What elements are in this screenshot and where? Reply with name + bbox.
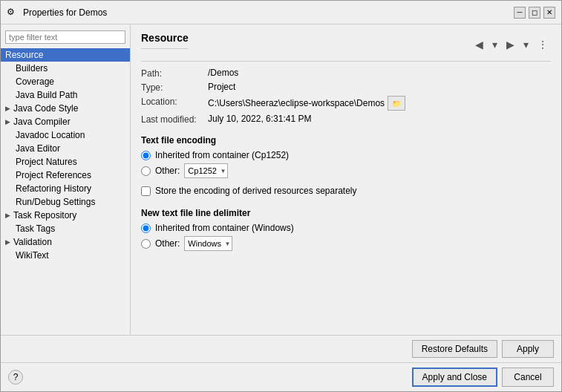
path-row: Path: /Demos	[141, 68, 551, 79]
filter-input[interactable]	[5, 30, 125, 44]
restore-defaults-button[interactable]: Restore Defaults	[412, 340, 497, 358]
sidebar-item-label: Resource	[5, 50, 43, 60]
expand-arrow-icon: ▶	[5, 105, 10, 112]
sidebar-item-run/debug-settings[interactable]: Run/Debug Settings	[1, 195, 130, 209]
sidebar-item-label: Builders	[16, 63, 48, 74]
last-modified-row: Last modified: July 10, 2022, 6:31:41 PM	[141, 114, 551, 125]
sidebar-item-label: Task Tags	[16, 223, 55, 234]
cancel-button[interactable]: Cancel	[502, 368, 554, 387]
store-encoding-row: Store the encoding of derived resources …	[141, 186, 551, 196]
close-button[interactable]: ✕	[543, 7, 555, 19]
sidebar-item-label: Task Repository	[13, 210, 76, 220]
sidebar-item-label: Validation	[13, 237, 52, 247]
main-header: Resource ◀ ▾ ▶ ▾ ⋮	[141, 32, 551, 62]
dialog-icon: ⚙	[7, 7, 19, 19]
menu-button[interactable]: ⋮	[535, 37, 551, 52]
encoding-select-wrapper: Cp1252	[184, 163, 228, 178]
type-row: Type: Project	[141, 82, 551, 93]
delimiter-select[interactable]: Windows	[184, 236, 232, 251]
restore-button[interactable]: ◻	[529, 7, 540, 19]
expand-arrow-icon: ▶	[5, 238, 10, 246]
store-encoding-label: Store the encoding of derived resources …	[155, 186, 357, 196]
sidebar-item-refactoring-history[interactable]: Refactoring History	[1, 182, 130, 195]
sidebar-item-label: WikiText	[16, 250, 49, 261]
location-row: Location: C:\Users\Sheeraz\eclipse-works…	[141, 96, 551, 111]
sidebar-item-label: Refactoring History	[16, 183, 91, 194]
dialog-title: Properties for Demos	[23, 7, 107, 18]
location-label: Location:	[141, 96, 208, 107]
delimiter-inherited-label: Inherited from container (Windows)	[155, 223, 294, 233]
folder-icon: 📁	[392, 99, 401, 108]
last-modified-label: Last modified:	[141, 114, 208, 125]
encoding-inherited-label: Inherited from container (Cp1252)	[155, 150, 289, 160]
sidebar-item-label: Javadoc Location	[16, 130, 85, 140]
delimiter-inherited-row: Inherited from container (Windows)	[141, 223, 551, 233]
sidebar-item-task-tags[interactable]: Task Tags	[1, 222, 130, 235]
sidebar-item-builders[interactable]: Builders	[1, 62, 130, 75]
sidebar-item-javadoc-location[interactable]: Javadoc Location	[1, 128, 130, 142]
footer-top: Restore Defaults Apply	[1, 335, 561, 362]
encoding-other-label: Other:	[155, 166, 180, 176]
sidebar-item-label: Java Build Path	[16, 90, 77, 100]
navigation-bar: ◀ ▾ ▶ ▾ ⋮	[472, 37, 551, 52]
delimiter-inherited-radio[interactable]	[141, 223, 151, 233]
encoding-inherited-row: Inherited from container (Cp1252)	[141, 150, 551, 160]
tree-container: ResourceBuildersCoverageJava Build Path▶…	[1, 48, 130, 262]
encoding-other-radio[interactable]	[141, 166, 151, 176]
browse-location-button[interactable]: 📁	[388, 96, 405, 111]
sidebar-item-java-code-style[interactable]: ▶Java Code Style	[1, 102, 130, 115]
dialog-body: ResourceBuildersCoverageJava Build Path▶…	[1, 24, 561, 335]
apply-close-button[interactable]: Apply and Close	[412, 368, 497, 387]
minimize-button[interactable]: ─	[514, 7, 526, 19]
sidebar-item-java-compiler[interactable]: ▶Java Compiler	[1, 115, 130, 128]
delimiter-other-row: Other: Windows	[141, 236, 551, 251]
line-delimiter-title: New text file line delimiter	[141, 208, 551, 218]
help-button[interactable]: ?	[8, 370, 23, 385]
sidebar-item-project-references[interactable]: Project References	[1, 169, 130, 182]
sidebar-item-java-build-path[interactable]: Java Build Path	[1, 88, 130, 102]
forward-dropdown-button[interactable]: ▾	[520, 37, 532, 52]
type-value: Project	[208, 82, 551, 92]
expand-arrow-icon: ▶	[5, 118, 10, 125]
sidebar-item-validation[interactable]: ▶Validation	[1, 235, 130, 249]
sidebar-item-task-repository[interactable]: ▶Task Repository	[1, 209, 130, 222]
location-value: C:\Users\Sheeraz\eclipse-workspace\Demos	[208, 98, 385, 108]
last-modified-value: July 10, 2022, 6:31:41 PM	[208, 114, 551, 124]
sidebar-item-label: Java Compiler	[13, 117, 71, 127]
sidebar: ResourceBuildersCoverageJava Build Path▶…	[1, 24, 131, 335]
main-panel: Resource ◀ ▾ ▶ ▾ ⋮ Path: /Demos Type: Pr…	[131, 24, 561, 335]
sidebar-item-label: Coverage	[16, 76, 54, 87]
encoding-other-row: Other: Cp1252	[141, 163, 551, 178]
back-dropdown-button[interactable]: ▾	[489, 37, 500, 52]
sidebar-item-project-natures[interactable]: Project Natures	[1, 155, 130, 169]
delimiter-select-wrapper: Windows	[184, 236, 232, 251]
panel-title: Resource	[141, 32, 189, 49]
path-label: Path:	[141, 68, 208, 79]
path-value: /Demos	[208, 68, 551, 78]
encoding-inherited-radio[interactable]	[141, 151, 151, 160]
back-button[interactable]: ◀	[472, 37, 486, 52]
encoding-select[interactable]: Cp1252	[184, 163, 228, 178]
footer-bottom: ? Apply and Close Cancel	[1, 362, 561, 391]
delimiter-other-radio[interactable]	[141, 239, 151, 249]
text-encoding-title: Text file encoding	[141, 135, 551, 146]
sidebar-item-label: Java Editor	[16, 143, 60, 154]
apply-button[interactable]: Apply	[502, 340, 554, 358]
forward-button[interactable]: ▶	[503, 37, 517, 52]
sidebar-item-label: Run/Debug Settings	[16, 197, 95, 207]
expand-arrow-icon: ▶	[5, 212, 10, 219]
sidebar-item-wikitext[interactable]: WikiText	[1, 249, 130, 262]
footer-bottom-right: Apply and Close Cancel	[412, 368, 554, 387]
sidebar-item-coverage[interactable]: Coverage	[1, 75, 130, 88]
title-bar: ⚙ Properties for Demos ─ ◻ ✕	[1, 1, 561, 24]
store-encoding-checkbox[interactable]	[141, 186, 151, 196]
sidebar-item-label: Project References	[16, 170, 91, 180]
sidebar-item-resource[interactable]: Resource	[1, 48, 130, 62]
title-buttons: ─ ◻ ✕	[514, 7, 555, 19]
type-label: Type:	[141, 82, 208, 93]
delimiter-other-label: Other:	[155, 238, 180, 249]
location-value-row: C:\Users\Sheeraz\eclipse-workspace\Demos…	[208, 96, 405, 111]
sidebar-item-label: Java Code Style	[13, 103, 78, 114]
sidebar-item-label: Project Natures	[16, 157, 77, 167]
sidebar-item-java-editor[interactable]: Java Editor	[1, 142, 130, 155]
